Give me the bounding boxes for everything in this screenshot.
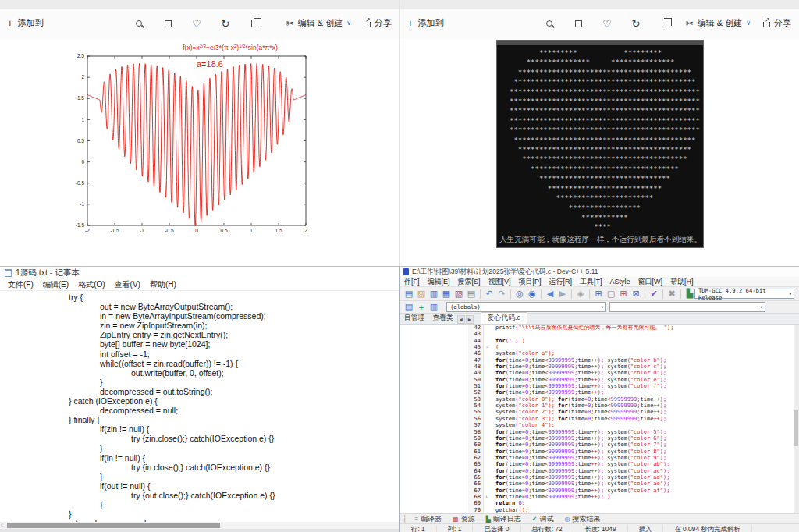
line-number: 44	[468, 338, 484, 344]
compile-run-icon[interactable]: ⊞	[618, 289, 629, 300]
code-line-47: 47for(time=0;time<99999999;time++); syst…	[468, 357, 794, 364]
edit-create-button[interactable]: ✂ 编辑 & 创建 ∨	[686, 17, 751, 29]
fold-margin	[484, 500, 491, 506]
code-text: for(; ; )	[491, 338, 525, 344]
notepad-menu-0[interactable]: 文件(F)	[3, 279, 38, 290]
bottom-tab-label: 调试	[540, 514, 554, 524]
line-number: 52	[468, 389, 484, 395]
share-button[interactable]: 分享	[763, 17, 791, 29]
tab-scroll-right-icon[interactable]: ▸	[466, 315, 474, 324]
tab-scroll-left-icon[interactable]: ◂	[457, 315, 465, 324]
delete-button[interactable]	[572, 17, 584, 30]
toggle-bookmark-icon[interactable]: +	[416, 302, 427, 313]
compile-log-icon: ▙	[486, 516, 491, 523]
code-line-60: 60for(time=0;time<99999999;time++); syst…	[468, 442, 794, 448]
devcpp-menu-3[interactable]: 视图[V]	[485, 277, 515, 287]
code-line-64: 64for(time=0;time<99999999;time++); syst…	[468, 468, 794, 474]
save-icon[interactable]: ▥	[428, 289, 439, 300]
bottom-tab-4[interactable]: ◎搜索结果	[559, 514, 606, 524]
chevron-down-icon: ▾	[789, 291, 792, 297]
line-number: 64	[468, 468, 484, 474]
notepad-menu-1[interactable]: 编辑(E)	[38, 279, 73, 290]
members-combobox[interactable]: ▾	[609, 302, 765, 312]
forward-icon[interactable]: ▶	[557, 289, 568, 300]
editor-vertical-scrollbar[interactable]	[794, 325, 799, 513]
insert-icon[interactable]: ▤	[403, 302, 414, 313]
devcpp-tab-row: 目管理 查看类 ◂ ▸ 爱心代码.c	[400, 314, 799, 325]
code-line-43: 43	[468, 331, 794, 337]
back-icon[interactable]: ◀	[545, 289, 556, 300]
tab-project-manager[interactable]: 目管理	[400, 313, 428, 324]
crop-button[interactable]	[659, 17, 671, 30]
add-to-button[interactable]: + 添加到	[407, 17, 444, 29]
run-icon[interactable]: ▢	[605, 289, 616, 300]
find-icon[interactable]: ◎	[514, 289, 525, 300]
bottom-tab-0[interactable]: ≡编译器	[409, 514, 447, 524]
fold-marker-icon[interactable]: ∟	[484, 494, 491, 500]
line-number: 45	[468, 344, 484, 350]
notepad-text-area[interactable]: try { out = new ByteArrayOutputStream();…	[0, 291, 400, 522]
bottom-tab-2[interactable]: ▙编译日志	[481, 514, 527, 524]
notepad-menu-3[interactable]: 查看(V)	[110, 279, 145, 290]
rebuild-icon[interactable]: ⊠	[630, 289, 641, 300]
svg-text:-0.5: -0.5	[76, 180, 85, 186]
favorite-button[interactable]: ♡	[601, 17, 613, 30]
fold-margin	[484, 364, 491, 370]
syntax-check-icon[interactable]: ◈	[575, 289, 586, 300]
bottom-tab-3[interactable]: ✔调试	[527, 514, 559, 524]
zoom-button[interactable]	[543, 17, 556, 30]
bottom-tab-1[interactable]: ▦资源	[447, 514, 481, 524]
code-line-59: 59for(time=0;time<99999999;time++); syst…	[468, 435, 794, 442]
scroll-left-arrow-icon[interactable]: ‹	[1, 521, 3, 529]
code-text: system("color 2"); for(time=0;time<99999…	[491, 409, 666, 415]
fold-marker-icon[interactable]: −	[484, 344, 491, 350]
debug-check-icon[interactable]: ✔	[648, 289, 659, 300]
code-editor[interactable]: 42printf("\t\t乌云后面依然是灿烂的晴天，每一天都有无限可能。 ")…	[468, 325, 794, 513]
replace-icon[interactable]: ◉	[527, 289, 538, 300]
devcpp-menu-9[interactable]: 帮助[H]	[666, 277, 698, 287]
line-number: 67	[468, 488, 484, 494]
save-all-icon[interactable]: ▦	[441, 289, 452, 300]
code-line-65: 65for(time=0;time<99999999;time++); syst…	[468, 474, 794, 481]
abort-icon[interactable]: ✖	[666, 289, 677, 300]
compiler-combobox[interactable]: TDM-GCC 4.9.2 64-bit Release▾	[694, 289, 794, 299]
profile-icon[interactable]: ▙	[684, 289, 695, 300]
line-number: 60	[468, 442, 484, 448]
tab-view-class[interactable]: 查看类	[428, 313, 456, 324]
devcpp-menu-5[interactable]: 运行[R]	[545, 277, 577, 287]
code-line-45: 45−{	[468, 344, 794, 350]
open-file-icon[interactable]: ▨	[416, 289, 427, 300]
devcpp-menu-0[interactable]: 件[F]	[400, 277, 424, 287]
print-icon[interactable]: ▤	[466, 289, 477, 300]
undo-icon[interactable]: ↶	[484, 289, 495, 300]
editor-tab-heart-code[interactable]: 爱心代码.c	[481, 312, 527, 324]
devcpp-menu-1[interactable]: 编辑[E]	[424, 277, 454, 287]
crop-icon	[662, 20, 669, 27]
fold-margin	[484, 461, 491, 467]
compile-icon[interactable]: ⊞	[593, 289, 604, 300]
svg-text:1.5: 1.5	[275, 228, 282, 233]
notepad-menu-2[interactable]: 格式(O)	[73, 279, 109, 290]
close-file-icon[interactable]: ▧	[453, 289, 464, 300]
devcpp-menu-8[interactable]: 窗口[W]	[634, 277, 667, 287]
redo-icon[interactable]: ↷	[496, 289, 507, 300]
goto-bookmark-icon[interactable]: ▥	[428, 302, 439, 313]
code-text: printf("\t\t乌云后面依然是灿烂的晴天，每一天都有无限可能。 ");	[491, 325, 673, 331]
line-number: 63	[468, 461, 484, 467]
devcpp-menu-2[interactable]: 搜索[S]	[454, 277, 485, 287]
svg-text:0: 0	[81, 159, 84, 165]
scrollbar-thumb[interactable]	[7, 523, 220, 528]
devcpp-menu-4[interactable]: 项目[P]	[515, 277, 545, 287]
notepad-horizontal-scrollbar[interactable]: ‹	[0, 522, 400, 529]
devcpp-menu-7[interactable]: AStyle	[606, 278, 634, 286]
devcpp-menu-6[interactable]: 工具[T]	[576, 277, 606, 287]
compiler-combobox-value: TDM-GCC 4.9.2 64-bit Release	[698, 287, 789, 301]
notepad-menu-4[interactable]: 帮助(H)	[145, 279, 181, 290]
scrollbar-thumb[interactable]	[794, 410, 798, 446]
fold-margin	[484, 389, 491, 395]
globals-combobox[interactable]: (globals) ▾	[446, 302, 606, 312]
new-source-icon[interactable]: ▤	[403, 289, 414, 300]
fold-margin	[484, 383, 491, 389]
rotate-button[interactable]: ↻	[630, 17, 642, 30]
fold-margin	[484, 488, 491, 494]
